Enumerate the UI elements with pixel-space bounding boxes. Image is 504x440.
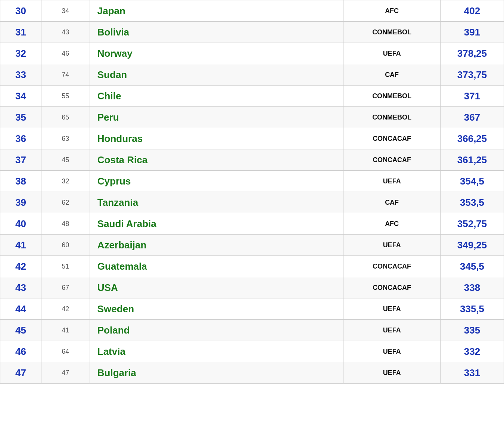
prev-rank-cell: 46: [41, 43, 90, 64]
country-cell: Bolivia: [90, 22, 343, 43]
confederation-cell: CAF: [343, 64, 441, 86]
confederation-cell: CONCACAF: [343, 128, 441, 149]
country-cell: Norway: [90, 43, 343, 64]
rank-cell: 32: [0, 43, 41, 64]
country-cell: Tanzania: [90, 192, 343, 213]
points-cell: 371: [441, 86, 504, 107]
table-row: 43 67 USA CONCACAF 338: [0, 277, 504, 298]
prev-rank-cell: 67: [41, 277, 90, 298]
confederation-cell: UEFA: [343, 341, 441, 362]
country-cell: Japan: [90, 0, 343, 22]
confederation-cell: CONCACAF: [343, 149, 441, 171]
confederation-cell: CONMEBOL: [343, 86, 441, 107]
country-cell: Chile: [90, 86, 343, 107]
country-cell: Guatemala: [90, 256, 343, 277]
country-cell: Honduras: [90, 128, 343, 149]
points-cell: 335: [441, 320, 504, 341]
prev-rank-cell: 63: [41, 128, 90, 149]
country-cell: Latvia: [90, 341, 343, 362]
prev-rank-cell: 47: [41, 362, 90, 384]
confederation-cell: UEFA: [343, 298, 441, 320]
confederation-cell: CAF: [343, 192, 441, 213]
points-cell: 345,5: [441, 256, 504, 277]
prev-rank-cell: 41: [41, 320, 90, 341]
prev-rank-cell: 64: [41, 341, 90, 362]
prev-rank-cell: 32: [41, 171, 90, 192]
country-cell: USA: [90, 277, 343, 298]
table-row: 38 32 Cyprus UEFA 354,5: [0, 171, 504, 192]
table-row: 40 48 Saudi Arabia AFC 352,75: [0, 213, 504, 235]
confederation-cell: CONCACAF: [343, 256, 441, 277]
country-cell: Sweden: [90, 298, 343, 320]
points-cell: 331: [441, 362, 504, 384]
country-cell: Sudan: [90, 64, 343, 86]
confederation-cell: UEFA: [343, 43, 441, 64]
rank-cell: 30: [0, 0, 41, 22]
country-cell: Azerbaijan: [90, 235, 343, 256]
prev-rank-cell: 55: [41, 86, 90, 107]
confederation-cell: UEFA: [343, 171, 441, 192]
prev-rank-cell: 42: [41, 298, 90, 320]
points-cell: 391: [441, 22, 504, 43]
confederation-cell: UEFA: [343, 320, 441, 341]
table-row: 33 74 Sudan CAF 373,75: [0, 64, 504, 86]
table-row: 34 55 Chile CONMEBOL 371: [0, 86, 504, 107]
rank-cell: 36: [0, 128, 41, 149]
points-cell: 349,25: [441, 235, 504, 256]
points-cell: 402: [441, 0, 504, 22]
country-cell: Saudi Arabia: [90, 213, 343, 235]
confederation-cell: CONCACAF: [343, 277, 441, 298]
prev-rank-cell: 43: [41, 22, 90, 43]
rank-cell: 47: [0, 362, 41, 384]
country-cell: Peru: [90, 107, 343, 128]
table-row: 39 62 Tanzania CAF 353,5: [0, 192, 504, 213]
prev-rank-cell: 60: [41, 235, 90, 256]
table-row: 30 34 Japan AFC 402: [0, 0, 504, 22]
table-row: 32 46 Norway UEFA 378,25: [0, 43, 504, 64]
points-cell: 367: [441, 107, 504, 128]
rank-cell: 40: [0, 213, 41, 235]
rank-cell: 44: [0, 298, 41, 320]
prev-rank-cell: 45: [41, 149, 90, 171]
table-row: 44 42 Sweden UEFA 335,5: [0, 298, 504, 320]
rank-cell: 41: [0, 235, 41, 256]
confederation-cell: UEFA: [343, 362, 441, 384]
prev-rank-cell: 34: [41, 0, 90, 22]
prev-rank-cell: 48: [41, 213, 90, 235]
prev-rank-cell: 74: [41, 64, 90, 86]
points-cell: 353,5: [441, 192, 504, 213]
country-cell: Costa Rica: [90, 149, 343, 171]
points-cell: 366,25: [441, 128, 504, 149]
points-cell: 361,25: [441, 149, 504, 171]
rank-cell: 35: [0, 107, 41, 128]
rank-cell: 46: [0, 341, 41, 362]
rank-cell: 31: [0, 22, 41, 43]
points-cell: 354,5: [441, 171, 504, 192]
table-row: 35 65 Peru CONMEBOL 367: [0, 107, 504, 128]
points-cell: 373,75: [441, 64, 504, 86]
confederation-cell: CONMEBOL: [343, 22, 441, 43]
rank-cell: 34: [0, 86, 41, 107]
table-row: 46 64 Latvia UEFA 332: [0, 341, 504, 362]
prev-rank-cell: 62: [41, 192, 90, 213]
points-cell: 338: [441, 277, 504, 298]
confederation-cell: CONMEBOL: [343, 107, 441, 128]
rank-cell: 33: [0, 64, 41, 86]
table-row: 42 51 Guatemala CONCACAF 345,5: [0, 256, 504, 277]
points-cell: 378,25: [441, 43, 504, 64]
rank-cell: 42: [0, 256, 41, 277]
rank-cell: 43: [0, 277, 41, 298]
rank-cell: 37: [0, 149, 41, 171]
table-row: 47 47 Bulgaria UEFA 331: [0, 362, 504, 384]
confederation-cell: AFC: [343, 213, 441, 235]
points-cell: 352,75: [441, 213, 504, 235]
points-cell: 332: [441, 341, 504, 362]
confederation-cell: UEFA: [343, 235, 441, 256]
prev-rank-cell: 51: [41, 256, 90, 277]
table-row: 36 63 Honduras CONCACAF 366,25: [0, 128, 504, 149]
rank-cell: 45: [0, 320, 41, 341]
rank-cell: 39: [0, 192, 41, 213]
table-row: 45 41 Poland UEFA 335: [0, 320, 504, 341]
country-cell: Poland: [90, 320, 343, 341]
country-cell: Cyprus: [90, 171, 343, 192]
